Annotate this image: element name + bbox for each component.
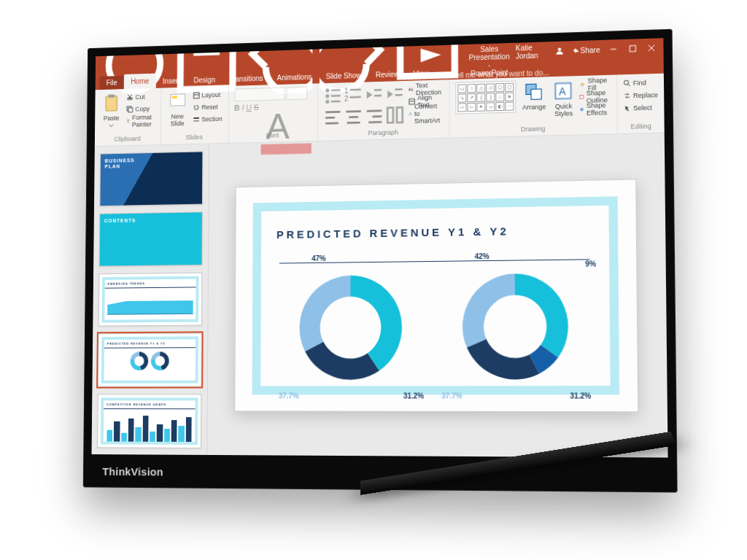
donut-chart-y2[interactable]: 42% 9% 31.2% 37.7% [446, 256, 587, 397]
group-label-drawing: Drawing [456, 123, 611, 134]
svg-rect-17 [128, 121, 128, 123]
thumbnail-5[interactable]: 5 COMPETITOR REVENUE GRAPH [97, 394, 201, 448]
group-slides: New Slide Layout Reset Section Slides [160, 86, 228, 144]
tab-transitions[interactable]: Transitions [222, 71, 271, 86]
group-label-paragraph: Paragraph [323, 128, 444, 138]
find-icon [623, 79, 630, 87]
svg-rect-10 [106, 96, 117, 112]
columns-icon[interactable] [385, 105, 404, 125]
layout-button[interactable]: Layout [193, 89, 222, 101]
close-button[interactable] [646, 41, 657, 55]
convert-smartart-button[interactable]: Convert to SmartArt [409, 107, 444, 120]
paste-icon [102, 93, 121, 114]
slice-label: 31.2% [403, 392, 424, 400]
tab-design[interactable]: Design [187, 73, 222, 88]
font-family-select[interactable] [234, 88, 285, 101]
svg-rect-37 [374, 95, 382, 97]
svg-rect-19 [172, 96, 177, 98]
shape-fill-icon [580, 81, 586, 88]
select-button[interactable]: Select [624, 101, 659, 114]
current-slide[interactable]: PREDICTED REVENUE Y1 & Y2 47% 31.2% 37.7… [234, 179, 638, 412]
tab-animations[interactable]: Animations [270, 70, 319, 85]
svg-rect-47 [372, 115, 382, 117]
svg-rect-46 [367, 110, 382, 112]
font-color-icon[interactable]: A [260, 101, 311, 155]
svg-rect-33 [349, 88, 360, 90]
align-right-icon[interactable] [365, 105, 384, 125]
svg-text:A: A [559, 86, 567, 98]
slide-title[interactable]: PREDICTED REVENUE Y1 & Y2 [276, 224, 592, 241]
group-paragraph: 12 AText Dire [317, 79, 450, 141]
layout-icon [193, 92, 200, 99]
monitor-brand-logo: ThinkVision [102, 465, 163, 478]
slide-thumbnails-panel[interactable]: 1 BUSINESSPLAN 2 CONTENTS 3 EMERGING TRE… [92, 144, 209, 456]
format-painter-button[interactable]: Format Painter [126, 115, 155, 127]
italic-icon[interactable]: I [241, 104, 244, 156]
arrange-button[interactable]: Arrange [521, 79, 548, 112]
svg-rect-35 [349, 96, 360, 98]
slice-label: 9% [585, 260, 596, 268]
group-label-editing: Editing [624, 122, 658, 131]
underline-icon[interactable]: U [246, 103, 252, 155]
slide-canvas[interactable]: PREDICTED REVENUE Y1 & Y2 47% 31.2% 37.7… [207, 133, 667, 458]
minimize-button[interactable] [608, 42, 619, 56]
section-button[interactable]: Section [193, 113, 222, 125]
font-size-select[interactable] [286, 87, 307, 100]
find-button[interactable]: Find [623, 77, 657, 89]
arrange-icon [524, 81, 544, 102]
svg-rect-25 [260, 143, 311, 155]
tab-view[interactable]: View [406, 66, 436, 81]
indent-decrease-icon[interactable] [365, 85, 384, 105]
tab-slideshow[interactable]: Slide Show [319, 69, 368, 84]
svg-rect-29 [330, 95, 340, 97]
chevron-down-icon [109, 123, 115, 129]
svg-rect-41 [325, 117, 335, 119]
svg-rect-11 [109, 94, 115, 98]
chart-row: 47% 31.2% 37.7% 42% 9% 31.2% 37.7% [276, 256, 594, 397]
new-slide-button[interactable]: New Slide [166, 90, 189, 128]
strikethrough-icon[interactable]: S [254, 103, 259, 155]
numbering-icon[interactable]: 12 [344, 85, 363, 106]
svg-point-30 [325, 100, 329, 104]
align-left-icon[interactable] [323, 106, 341, 127]
reset-button[interactable]: Reset [193, 101, 222, 114]
thumbnail-1[interactable]: 1 BUSINESSPLAN [99, 151, 203, 206]
svg-text:A: A [409, 88, 411, 92]
indent-increase-icon[interactable] [385, 84, 404, 104]
shape-effects-button[interactable]: Shape Effects [580, 103, 611, 115]
quick-styles-button[interactable]: AQuick Styles [551, 79, 576, 119]
replace-button[interactable]: Replace [624, 89, 658, 101]
thumbnail-4[interactable]: 4 PREDICTED REVENUE Y1 & Y2 [98, 333, 202, 387]
share-button[interactable]: Share [570, 46, 600, 55]
thumb-title: CONTENTS [104, 218, 136, 224]
shapes-gallery[interactable]: ▭○△◇⬠⬡ ↘↗{}☆➤ ⇨⇦✦▱◐⋯ [456, 81, 516, 114]
tab-home[interactable]: Home [124, 74, 156, 90]
section-icon [193, 116, 200, 123]
user-name[interactable]: Katie Jordan [516, 43, 548, 60]
svg-text:2: 2 [344, 95, 349, 103]
tab-insert[interactable]: Insert [156, 74, 187, 88]
svg-rect-23 [193, 120, 199, 122]
svg-point-28 [325, 94, 329, 98]
tab-file[interactable]: File [99, 76, 124, 90]
bold-icon[interactable]: B [234, 104, 240, 156]
donut-chart-y1[interactable]: 47% 31.2% 37.7% [283, 258, 419, 397]
svg-point-9 [445, 74, 449, 78]
maximize-button[interactable] [627, 42, 638, 55]
svg-rect-44 [349, 116, 358, 118]
paste-button[interactable]: Paste [101, 92, 123, 131]
screen: Contoso Electronics Sales Presentation -… [92, 38, 668, 457]
tab-review[interactable]: Review [368, 67, 406, 82]
copy-icon [126, 106, 133, 113]
thumbnail-2[interactable]: 2 CONTENTS [99, 211, 203, 266]
thumbnail-3[interactable]: 3 EMERGING TRENDS [98, 272, 202, 327]
thumb-graphic [107, 289, 193, 314]
format-painter-icon [126, 117, 130, 125]
cut-button[interactable]: Cut [126, 91, 155, 104]
svg-text:A: A [266, 106, 290, 147]
bullets-icon[interactable] [323, 85, 341, 106]
svg-point-54 [410, 112, 411, 113]
user-avatar-icon[interactable] [555, 46, 563, 55]
svg-rect-36 [374, 89, 382, 91]
align-center-icon[interactable] [344, 106, 363, 126]
